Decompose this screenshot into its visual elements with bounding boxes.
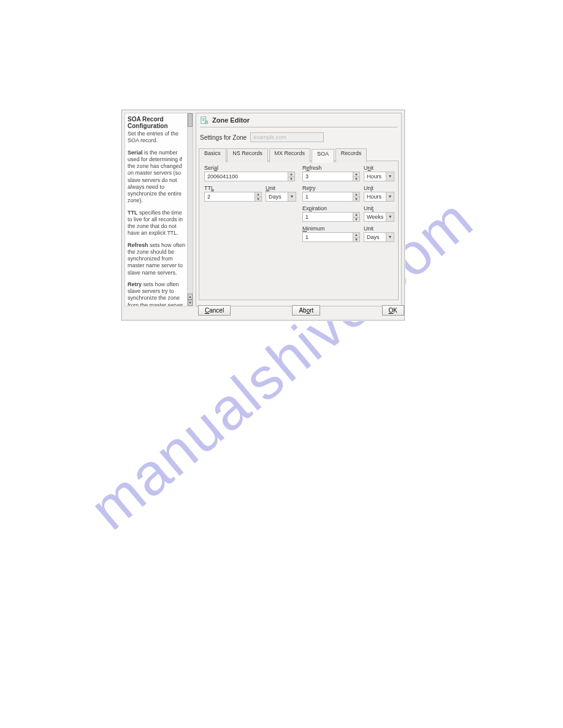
refresh-unit-select[interactable]: Hours▼ — [364, 172, 394, 181]
scroll-down-icon[interactable]: ▼ — [188, 300, 193, 306]
help-para: TTL specifies the time to live for all r… — [128, 210, 186, 237]
retry-unit-label: Unit — [364, 185, 393, 191]
spinner-up-icon[interactable]: ▲ — [353, 233, 359, 238]
chevron-down-icon: ▼ — [386, 192, 394, 201]
serial-label: Serial — [204, 165, 295, 171]
spinner-up-icon[interactable]: ▲ — [353, 172, 359, 177]
spinner-down-icon[interactable]: ▼ — [288, 177, 294, 181]
serial-input[interactable]: 2006041100 ▲▼ — [204, 172, 295, 181]
scrollbar-track[interactable]: ▲ ▼ — [187, 113, 193, 306]
help-pane: SOA Record Configuration Set the entries… — [124, 113, 193, 306]
refresh-unit-label: Unit — [364, 165, 393, 171]
page-title: Zone Editor — [212, 116, 250, 124]
minimum-unit-label: Unit — [364, 226, 393, 232]
refresh-input[interactable]: 3 ▲▼ — [302, 172, 360, 181]
tab-ns-records[interactable]: NS Records — [227, 148, 268, 162]
help-title: SOA Record Configuration — [128, 116, 186, 129]
chevron-down-icon: ▼ — [288, 192, 296, 201]
spinner-down-icon[interactable]: ▼ — [353, 197, 359, 202]
zone-label: Settings for Zone — [200, 134, 247, 141]
help-intro: Set the entries of the SOA record. — [128, 131, 186, 145]
spinner-down-icon[interactable]: ▼ — [255, 197, 261, 202]
zone-editor-pane: Zone Editor Settings for Zone example.co… — [196, 113, 402, 306]
zone-editor-icon — [200, 116, 209, 124]
scrollbar-thumb[interactable] — [188, 113, 193, 127]
scroll-up-icon[interactable]: ▲ — [188, 294, 193, 300]
spinner-up-icon[interactable]: ▲ — [255, 192, 261, 197]
ttl-unit-label: Unit — [266, 185, 295, 191]
help-para: Serial is the number used for determinin… — [128, 150, 186, 205]
spinner-up-icon[interactable]: ▲ — [288, 172, 294, 177]
cancel-button[interactable]: Cancel — [198, 305, 231, 316]
spinner-down-icon[interactable]: ▼ — [353, 177, 359, 181]
spinner-down-icon[interactable]: ▼ — [353, 238, 359, 242]
chevron-down-icon: ▼ — [386, 172, 394, 181]
ttl-label: TTL — [204, 185, 262, 191]
help-para: Retry sets how often slave servers try t… — [128, 281, 186, 306]
retry-unit-select[interactable]: Hours▼ — [364, 192, 394, 202]
dialog-window: SOA Record Configuration Set the entries… — [121, 110, 405, 320]
title-separator — [200, 127, 397, 127]
minimum-label: Minimum — [302, 226, 360, 232]
spinner-up-icon[interactable]: ▲ — [353, 213, 359, 218]
retry-label: Retry — [302, 185, 360, 191]
tab-bar: Basics NS Records MX Records SOA Records — [196, 148, 401, 161]
ttl-input[interactable]: 2 ▲▼ — [204, 192, 262, 202]
svg-point-1 — [205, 121, 207, 123]
help-para: Refresh sets how often the zone should b… — [128, 242, 186, 276]
tab-mx-records[interactable]: MX Records — [269, 148, 311, 162]
tab-records[interactable]: Records — [335, 148, 367, 162]
zone-name-field: example.com — [250, 132, 324, 142]
expiration-unit-label: Unit — [364, 205, 393, 211]
chevron-down-icon: ▼ — [386, 233, 394, 241]
spinner-down-icon[interactable]: ▼ — [353, 218, 359, 222]
minimum-input[interactable]: 1 ▲▼ — [302, 232, 360, 242]
tab-soa[interactable]: SOA — [312, 149, 334, 163]
abort-button[interactable]: Abort — [292, 305, 320, 316]
ok-button[interactable]: OK — [382, 305, 404, 316]
tab-body: Serial 2006041100 ▲▼ TTL 2 — [199, 161, 399, 300]
minimum-unit-select[interactable]: Days▼ — [364, 232, 394, 242]
ttl-unit-select[interactable]: Days▼ — [266, 192, 296, 202]
expiration-unit-select[interactable]: Weeks▼ — [364, 212, 394, 222]
retry-input[interactable]: 1 ▲▼ — [302, 192, 360, 202]
chevron-down-icon: ▼ — [386, 213, 394, 221]
spinner-up-icon[interactable]: ▲ — [353, 192, 359, 197]
refresh-label: Refresh — [302, 165, 360, 171]
tab-basics[interactable]: Basics — [199, 148, 226, 162]
expiration-input[interactable]: 1 ▲▼ — [302, 212, 360, 222]
expiration-label: Expiration — [302, 205, 360, 211]
